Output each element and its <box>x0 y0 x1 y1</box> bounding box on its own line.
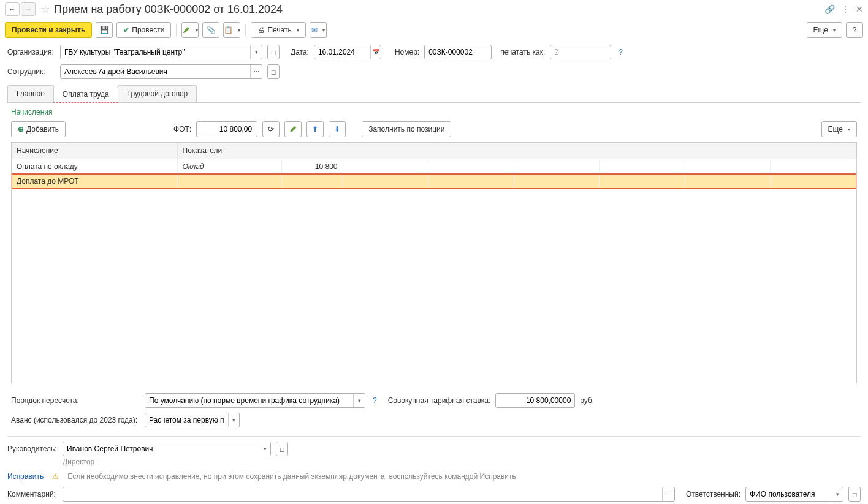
calendar-icon[interactable]: 📅 <box>370 45 381 59</box>
manager-label: Руководитель: <box>7 445 58 453</box>
rate-label: Совокупная тарифная ставка: <box>388 396 491 405</box>
employee-select-icon[interactable]: ⋯ <box>250 65 262 78</box>
cell-indicator: Оклад <box>177 159 281 174</box>
refresh-button[interactable]: ⟳ <box>262 121 280 137</box>
tab-main[interactable]: Главное <box>7 85 54 102</box>
employee-input[interactable]: ⋯ <box>60 64 262 79</box>
print-as-field[interactable] <box>550 48 611 56</box>
help-button[interactable]: ? <box>846 22 863 38</box>
print-button[interactable]: 🖨 Печать <box>251 22 305 38</box>
warning-icon: ⚠ <box>52 472 59 481</box>
recalc-label: Порядок пересчета: <box>11 396 140 405</box>
col-indicators-header[interactable]: Показатели <box>177 143 856 159</box>
print-as-help-icon[interactable]: ? <box>619 48 623 56</box>
responsible-field[interactable] <box>746 490 832 498</box>
send-icon: ✉ <box>311 26 318 34</box>
table-row[interactable]: Оплата по окладу Оклад 10 800 <box>12 159 856 174</box>
responsible-open-button[interactable]: ◻ <box>848 487 861 502</box>
post-check-icon: ✔ <box>123 26 129 34</box>
comment-input[interactable]: ⋯ <box>63 487 675 502</box>
add-label: Добавить <box>26 125 59 134</box>
col-accrual-header[interactable]: Начисление <box>12 143 177 159</box>
advance-field[interactable] <box>145 416 228 424</box>
save-button[interactable]: 💾 <box>96 22 113 38</box>
manager-input[interactable]: ▾ <box>63 442 271 456</box>
tab-payment-label: Оплата труда <box>63 90 109 99</box>
org-open-button[interactable]: ◻ <box>267 45 280 59</box>
comment-select-icon[interactable]: ⋯ <box>662 487 674 501</box>
responsible-label: Ответственный: <box>686 490 740 498</box>
tab-main-label: Главное <box>17 89 45 98</box>
more-label: Еще <box>813 26 828 34</box>
print-as-input[interactable] <box>550 45 611 59</box>
highlight-button[interactable] <box>181 22 199 38</box>
tab-contract[interactable]: Трудовой договор <box>118 85 197 102</box>
comment-label: Комментарий: <box>7 490 58 498</box>
post-and-close-button[interactable]: Провести и закрыть <box>5 22 92 38</box>
move-down-button[interactable]: ⬇ <box>329 121 346 137</box>
template-icon: 📋 <box>224 26 233 34</box>
help-icon: ? <box>853 26 857 34</box>
favorite-star-icon[interactable]: ☆ <box>40 2 50 16</box>
post-label: Провести <box>132 26 164 34</box>
date-field[interactable] <box>314 48 370 56</box>
org-field[interactable] <box>61 48 250 56</box>
advance-dropdown-icon[interactable]: ▾ <box>228 413 239 427</box>
fot-label: ФОТ: <box>173 125 191 134</box>
fix-link[interactable]: Исправить <box>7 472 44 481</box>
recalc-help-icon[interactable]: ? <box>373 396 377 405</box>
date-label: Дата: <box>291 48 309 56</box>
fill-by-position-button[interactable]: Заполнить по позиции <box>362 121 451 137</box>
post-button[interactable]: ✔ Провести <box>116 22 171 38</box>
table-more-button[interactable]: Еще <box>821 121 857 137</box>
number-input[interactable] <box>424 45 492 59</box>
cell-value <box>281 174 343 189</box>
move-up-button[interactable]: ⬆ <box>306 121 324 137</box>
rate-unit: руб. <box>580 396 594 405</box>
cell-accrual: Доплата до МРОТ <box>12 174 177 189</box>
advance-label: Аванс (использовался до 2023 года): <box>11 416 140 424</box>
window-title: Прием на работу 00ЗК-000002 от 16.01.202… <box>54 3 824 16</box>
recalc-input[interactable]: ▾ <box>145 393 365 408</box>
tab-payment[interactable]: Оплата труда <box>53 86 118 103</box>
rate-input[interactable] <box>495 393 575 408</box>
employee-field[interactable] <box>61 67 250 76</box>
comment-field[interactable] <box>63 490 662 498</box>
highlighter-icon <box>182 26 191 34</box>
table-more-label: Еще <box>828 125 843 134</box>
rate-field[interactable] <box>496 396 574 405</box>
recalc-field[interactable] <box>145 396 353 405</box>
manager-dropdown-icon[interactable]: ▾ <box>259 442 270 456</box>
advance-input[interactable]: ▾ <box>145 413 240 427</box>
nav-back-button[interactable]: ← <box>5 2 20 16</box>
edit-button[interactable] <box>284 121 302 137</box>
pencil-icon <box>289 125 297 134</box>
send-button[interactable]: ✉ <box>310 22 327 38</box>
recalc-dropdown-icon[interactable]: ▾ <box>353 394 365 407</box>
cell-value: 10 800 <box>281 159 343 174</box>
employee-open-button[interactable]: ◻ <box>267 64 280 79</box>
template-button[interactable]: 📋 <box>223 22 240 38</box>
org-dropdown-icon[interactable]: ▾ <box>250 45 262 59</box>
responsible-dropdown-icon[interactable]: ▾ <box>832 487 843 501</box>
attach-button[interactable]: 📎 <box>202 22 219 38</box>
number-field[interactable] <box>425 48 491 56</box>
more-button[interactable]: Еще <box>807 22 842 38</box>
manager-field[interactable] <box>63 445 259 453</box>
date-input[interactable]: 📅 <box>314 45 381 59</box>
kebab-menu-icon[interactable]: ⋮ <box>841 4 850 14</box>
manager-position-link[interactable]: Директор <box>63 457 94 466</box>
responsible-input[interactable]: ▾ <box>745 487 843 502</box>
close-icon[interactable]: ✕ <box>856 4 863 14</box>
link-icon[interactable]: 🔗 <box>824 4 835 14</box>
paperclip-icon: 📎 <box>207 26 216 34</box>
nav-forward-button[interactable]: → <box>21 2 36 16</box>
plus-icon: ⊕ <box>18 125 24 134</box>
manager-open-button[interactable]: ◻ <box>276 442 288 456</box>
print-as-label: печатать как: <box>500 48 545 56</box>
org-input[interactable]: ▾ <box>60 45 262 59</box>
table-row[interactable]: Доплата до МРОТ <box>12 174 856 189</box>
fot-input[interactable] <box>196 121 257 137</box>
add-button[interactable]: ⊕ Добавить <box>11 121 66 137</box>
org-label: Организация: <box>7 48 55 56</box>
